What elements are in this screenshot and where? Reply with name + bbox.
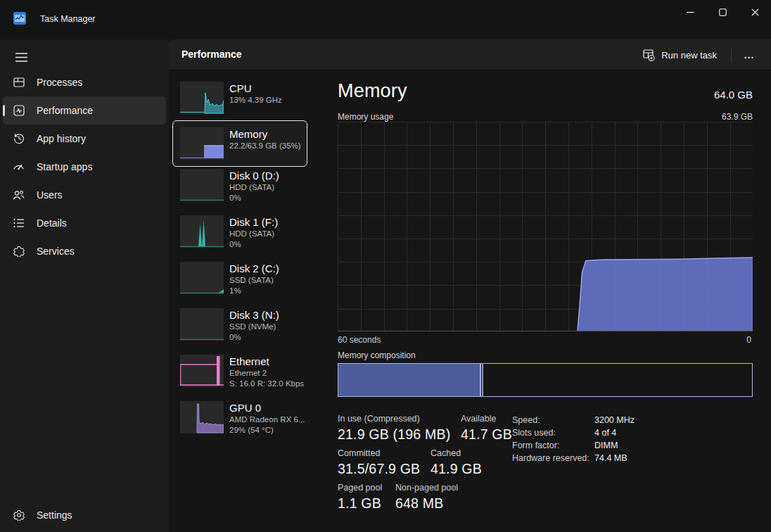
detail-label: Hardware reserved: xyxy=(512,453,594,466)
run-new-task-icon xyxy=(643,49,655,61)
memory-mini-graph xyxy=(180,127,224,160)
memory-usage-label: Memory usage xyxy=(338,112,393,122)
detail-slots-used: Slots used: 4 of 4 xyxy=(512,428,635,441)
content-panel: Performance Run new task ... CPU 1 xyxy=(169,39,771,532)
detail-value: 4 of 4 xyxy=(594,428,616,441)
device-stat: 22.2/63.9 GB (35%) xyxy=(229,141,301,151)
details-icon xyxy=(13,217,25,229)
device-item-memory[interactable]: Memory 22.2/63.9 GB (35%) xyxy=(172,120,307,167)
device-item-disk2[interactable]: Disk 2 (C:) SSD (SATA) 1% xyxy=(180,262,279,296)
device-stat: 0% xyxy=(229,193,279,203)
users-icon xyxy=(13,189,25,201)
stat-value: 648 MB xyxy=(395,495,458,512)
device-stat: 0% xyxy=(229,239,278,250)
detail-value: 3200 MHz xyxy=(594,415,635,428)
device-item-cpu[interactable]: CPU 13% 4.39 GHz xyxy=(180,82,282,114)
stat-label: In use (Compressed) xyxy=(338,414,461,424)
device-type: HDD (SATA) xyxy=(229,182,279,193)
stat-available: Available 41.7 GB xyxy=(461,414,512,443)
sidebar-item-label: Details xyxy=(37,217,67,229)
stat-cached: Cached 41.9 GB xyxy=(431,448,482,477)
maximize-button[interactable] xyxy=(706,0,739,24)
window-controls xyxy=(674,0,771,24)
memory-composition-label: Memory composition xyxy=(338,350,416,360)
sidebar-item-performance[interactable]: Performance xyxy=(3,96,166,125)
device-item-disk0[interactable]: Disk 0 (D:) HDD (SATA) 0% xyxy=(180,169,279,203)
hamburger-menu-button[interactable] xyxy=(10,46,32,68)
device-item-disk3[interactable]: Disk 3 (N:) SSD (NVMe) 0% xyxy=(180,308,279,343)
minimize-button[interactable] xyxy=(674,0,706,24)
detail-form-factor: Form factor: DIMM xyxy=(512,441,635,453)
device-stat: 1% xyxy=(229,286,279,296)
content-body: CPU 13% 4.39 GHz Memory 22.2/63.9 GB (35… xyxy=(169,71,771,532)
detail-value: DIMM xyxy=(594,441,618,453)
hardware-details: Speed: 3200 MHz Slots used: 4 of 4 Form … xyxy=(512,415,635,466)
memory-composition-bar[interactable] xyxy=(338,363,753,397)
memory-panel-title: Memory xyxy=(338,80,407,102)
device-item-disk1[interactable]: Disk 1 (F:) HDD (SATA) 0% xyxy=(180,215,278,250)
memory-usage-graph[interactable] xyxy=(338,122,753,331)
run-new-task-label: Run new task xyxy=(661,50,717,61)
run-new-task-button[interactable]: Run new task xyxy=(635,44,725,65)
memory-detail-panel: Memory 64.0 GB Memory usage 63.9 GB 60 s… xyxy=(338,71,753,532)
stat-value: 1.1 GB xyxy=(338,495,395,512)
startup-apps-icon xyxy=(13,161,25,173)
detail-label: Slots used: xyxy=(512,428,594,441)
sidebar: Processes Performance App history Startu… xyxy=(0,39,169,532)
close-button[interactable] xyxy=(739,0,771,24)
sidebar-item-details[interactable]: Details xyxy=(3,209,166,237)
sidebar-item-settings[interactable]: Settings xyxy=(3,501,166,529)
device-item-gpu0[interactable]: GPU 0 AMD Radeon RX 6... 29% (54 °C) xyxy=(180,401,305,436)
composition-in-use-segment[interactable] xyxy=(338,364,481,396)
more-options-button[interactable]: ... xyxy=(737,44,761,65)
device-title: Disk 1 (F:) xyxy=(229,216,278,229)
sidebar-item-label: Settings xyxy=(37,509,72,521)
device-title: CPU xyxy=(229,82,282,95)
device-title: Memory xyxy=(229,128,301,141)
sidebar-item-services[interactable]: Services xyxy=(3,237,166,265)
device-stat: S: 16.0 R: 32.0 Kbps xyxy=(229,379,304,389)
device-title: Disk 3 (N:) xyxy=(229,309,279,322)
processes-icon xyxy=(13,77,25,89)
settings-gear-icon xyxy=(13,509,25,521)
sidebar-item-startup-apps[interactable]: Startup apps xyxy=(3,153,166,181)
services-icon xyxy=(13,246,25,258)
disk3-mini-graph xyxy=(180,308,224,341)
composition-modified-segment[interactable] xyxy=(481,364,483,396)
stat-value: 21.9 GB (196 MB) xyxy=(338,426,461,443)
sidebar-item-users[interactable]: Users xyxy=(3,181,166,209)
device-type: HDD (SATA) xyxy=(229,229,278,239)
device-stat: 0% xyxy=(229,332,279,343)
stat-label: Non-paged pool xyxy=(395,483,458,493)
content-header: Performance Run new task ... xyxy=(169,39,771,70)
device-item-ethernet[interactable]: Ethernet Ethernet 2 S: 16.0 R: 32.0 Kbps xyxy=(180,355,304,389)
device-type: Ethernet 2 xyxy=(229,368,304,379)
sidebar-item-label: Processes xyxy=(37,77,82,88)
axis-label-left: 60 seconds xyxy=(338,335,381,345)
disk1-mini-graph xyxy=(180,215,224,248)
stat-in-use: In use (Compressed) 21.9 GB (196 MB) xyxy=(338,414,461,443)
stat-value: 41.7 GB xyxy=(461,426,512,443)
sidebar-item-app-history[interactable]: App history xyxy=(3,125,166,153)
sidebar-item-label: App history xyxy=(37,133,86,144)
app-history-icon xyxy=(13,133,25,145)
performance-icon xyxy=(13,105,25,117)
detail-label: Speed: xyxy=(512,415,594,428)
device-title: GPU 0 xyxy=(229,402,305,414)
header-divider xyxy=(731,48,732,62)
sidebar-item-label: Users xyxy=(37,189,63,201)
detail-hardware-reserved: Hardware reserved: 74.4 MB xyxy=(512,453,635,466)
cpu-mini-graph xyxy=(180,82,224,114)
detail-label: Form factor: xyxy=(512,441,594,453)
sidebar-item-processes[interactable]: Processes xyxy=(3,68,166,96)
device-type: SSD (SATA) xyxy=(229,275,279,286)
memory-usage-area xyxy=(578,258,753,331)
memory-stats: In use (Compressed) 21.9 GB (196 MB) Ava… xyxy=(338,414,512,517)
stat-value: 31.5/67.9 GB xyxy=(338,461,431,477)
detail-value: 74.4 MB xyxy=(594,453,627,466)
stat-non-paged-pool: Non-paged pool 648 MB xyxy=(395,483,458,512)
stat-paged-pool: Paged pool 1.1 GB xyxy=(338,483,395,512)
disk2-mini-graph xyxy=(180,262,224,294)
sidebar-item-label: Performance xyxy=(37,105,93,116)
stat-value: 41.9 GB xyxy=(431,461,482,477)
